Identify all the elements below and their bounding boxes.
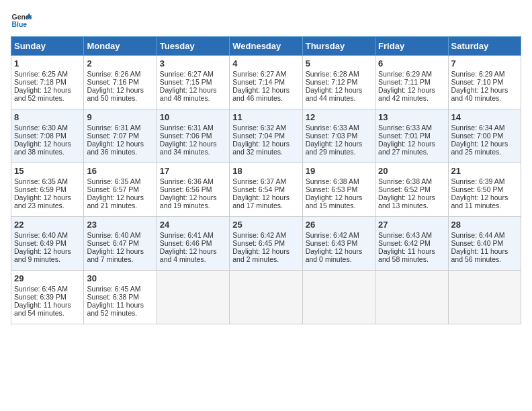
daylight: Daylight: 12 hours and 40 minutes. [451, 86, 508, 102]
header: General Blue [11, 11, 521, 30]
day-number: 15 [14, 166, 81, 176]
day-number: 7 [451, 58, 518, 68]
calendar-cell: 15Sunrise: 6:35 AMSunset: 6:59 PMDayligh… [11, 163, 84, 217]
calendar-cell: 21Sunrise: 6:39 AMSunset: 6:50 PMDayligh… [448, 163, 521, 217]
calendar-week-3: 15Sunrise: 6:35 AMSunset: 6:59 PMDayligh… [11, 163, 521, 217]
calendar-cell: 20Sunrise: 6:38 AMSunset: 6:52 PMDayligh… [375, 163, 448, 217]
day-number: 13 [378, 112, 445, 122]
calendar-week-1: 1Sunrise: 6:25 AMSunset: 7:18 PMDaylight… [11, 56, 521, 109]
calendar-cell: 3Sunrise: 6:27 AMSunset: 7:15 PMDaylight… [157, 56, 229, 109]
sunrise: Sunrise: 6:45 AM [14, 285, 68, 293]
sunset: Sunset: 6:42 PM [378, 239, 431, 247]
sunrise: Sunrise: 6:37 AM [232, 177, 286, 185]
sunrise: Sunrise: 6:35 AM [14, 177, 68, 185]
calendar-cell: 2Sunrise: 6:26 AMSunset: 7:16 PMDaylight… [84, 56, 157, 109]
sunrise: Sunrise: 6:27 AM [160, 70, 214, 78]
sunset: Sunset: 7:06 PM [160, 132, 212, 140]
daylight: Daylight: 12 hours and 52 minutes. [14, 86, 71, 102]
calendar-cell: 8Sunrise: 6:30 AMSunset: 7:08 PMDaylight… [11, 109, 84, 163]
sunset: Sunset: 6:40 PM [451, 239, 504, 247]
sunset: Sunset: 7:10 PM [451, 78, 504, 86]
calendar-cell: 4Sunrise: 6:27 AMSunset: 7:14 PMDaylight… [230, 56, 302, 109]
sunrise: Sunrise: 6:29 AM [378, 70, 432, 78]
daylight: Daylight: 12 hours and 17 minutes. [232, 193, 290, 210]
calendar-cell [157, 271, 229, 324]
daylight: Daylight: 12 hours and 11 minutes. [451, 193, 508, 210]
calendar-cell: 12Sunrise: 6:33 AMSunset: 7:03 PMDayligh… [302, 109, 375, 163]
col-header-thursday: Thursday [302, 37, 375, 56]
col-header-sunday: Sunday [11, 37, 84, 56]
day-number: 18 [232, 166, 299, 176]
day-number: 11 [232, 112, 299, 122]
sunrise: Sunrise: 6:25 AM [14, 70, 68, 78]
col-header-friday: Friday [375, 37, 448, 56]
svg-text:Blue: Blue [12, 21, 28, 28]
calendar-cell [230, 271, 302, 324]
sunrise: Sunrise: 6:26 AM [87, 70, 140, 78]
sunrise: Sunrise: 6:31 AM [160, 124, 214, 132]
day-number: 25 [232, 220, 299, 230]
daylight: Daylight: 12 hours and 34 minutes. [160, 140, 217, 156]
daylight: Daylight: 12 hours and 7 minutes. [87, 247, 144, 263]
calendar-cell: 5Sunrise: 6:28 AMSunset: 7:12 PMDaylight… [302, 56, 375, 109]
calendar-cell: 1Sunrise: 6:25 AMSunset: 7:18 PMDaylight… [11, 56, 84, 109]
sunset: Sunset: 6:49 PM [14, 239, 66, 247]
calendar-cell: 10Sunrise: 6:31 AMSunset: 7:06 PMDayligh… [157, 109, 229, 163]
sunset: Sunset: 7:01 PM [378, 132, 431, 140]
daylight: Daylight: 12 hours and 4 minutes. [160, 247, 217, 263]
calendar-cell: 11Sunrise: 6:32 AMSunset: 7:04 PMDayligh… [230, 109, 302, 163]
sunrise: Sunrise: 6:40 AM [14, 231, 68, 239]
sunset: Sunset: 6:52 PM [378, 185, 431, 193]
calendar-cell: 26Sunrise: 6:42 AMSunset: 6:43 PMDayligh… [302, 217, 375, 271]
day-number: 23 [87, 220, 153, 230]
sunrise: Sunrise: 6:38 AM [378, 177, 432, 185]
day-number: 9 [87, 112, 153, 122]
sunrise: Sunrise: 6:30 AM [14, 124, 68, 132]
daylight: Daylight: 12 hours and 50 minutes. [87, 86, 144, 102]
sunset: Sunset: 7:04 PM [232, 132, 285, 140]
sunrise: Sunrise: 6:45 AM [87, 285, 140, 293]
calendar-cell: 7Sunrise: 6:29 AMSunset: 7:10 PMDaylight… [448, 56, 521, 109]
calendar-cell: 9Sunrise: 6:31 AMSunset: 7:07 PMDaylight… [84, 109, 157, 163]
calendar-cell: 24Sunrise: 6:41 AMSunset: 6:46 PMDayligh… [157, 217, 229, 271]
day-number: 17 [160, 166, 226, 176]
calendar-cell: 6Sunrise: 6:29 AMSunset: 7:11 PMDaylight… [375, 56, 448, 109]
sunset: Sunset: 6:46 PM [160, 239, 212, 247]
calendar-week-4: 22Sunrise: 6:40 AMSunset: 6:49 PMDayligh… [11, 217, 521, 271]
sunrise: Sunrise: 6:34 AM [451, 124, 505, 132]
sunrise: Sunrise: 6:32 AM [232, 124, 286, 132]
day-number: 1 [14, 58, 81, 68]
daylight: Daylight: 12 hours and 32 minutes. [232, 140, 290, 156]
sunset: Sunset: 6:43 PM [306, 239, 358, 247]
sunset: Sunset: 7:16 PM [87, 78, 139, 86]
calendar-cell: 29Sunrise: 6:45 AMSunset: 6:39 PMDayligh… [11, 271, 84, 324]
daylight: Daylight: 11 hours and 56 minutes. [451, 247, 508, 263]
sunrise: Sunrise: 6:42 AM [306, 231, 359, 239]
sunset: Sunset: 7:07 PM [87, 132, 139, 140]
calendar-cell: 19Sunrise: 6:38 AMSunset: 6:53 PMDayligh… [302, 163, 375, 217]
sunset: Sunset: 6:38 PM [87, 293, 139, 301]
col-header-saturday: Saturday [448, 37, 521, 56]
day-number: 2 [87, 58, 153, 68]
day-number: 16 [87, 166, 153, 176]
calendar-week-5: 29Sunrise: 6:45 AMSunset: 6:39 PMDayligh… [11, 271, 521, 324]
daylight: Daylight: 12 hours and 25 minutes. [451, 140, 508, 156]
sunset: Sunset: 7:11 PM [378, 78, 431, 86]
sunset: Sunset: 6:39 PM [14, 293, 66, 301]
sunset: Sunset: 7:15 PM [160, 78, 212, 86]
day-number: 5 [306, 58, 372, 68]
logo: General Blue [11, 11, 32, 30]
day-number: 12 [306, 112, 372, 122]
calendar-cell [375, 271, 448, 324]
calendar-table: SundayMondayTuesdayWednesdayThursdayFrid… [11, 36, 521, 324]
daylight: Daylight: 12 hours and 19 minutes. [160, 193, 217, 210]
daylight: Daylight: 12 hours and 15 minutes. [306, 193, 363, 210]
sunrise: Sunrise: 6:43 AM [378, 231, 432, 239]
calendar-cell: 13Sunrise: 6:33 AMSunset: 7:01 PMDayligh… [375, 109, 448, 163]
sunset: Sunset: 6:54 PM [232, 185, 285, 193]
sunset: Sunset: 6:57 PM [87, 185, 139, 193]
daylight: Daylight: 11 hours and 58 minutes. [378, 247, 435, 263]
logo-icon: General Blue [11, 11, 32, 30]
daylight: Daylight: 12 hours and 13 minutes. [378, 193, 435, 210]
sunset: Sunset: 6:45 PM [232, 239, 285, 247]
